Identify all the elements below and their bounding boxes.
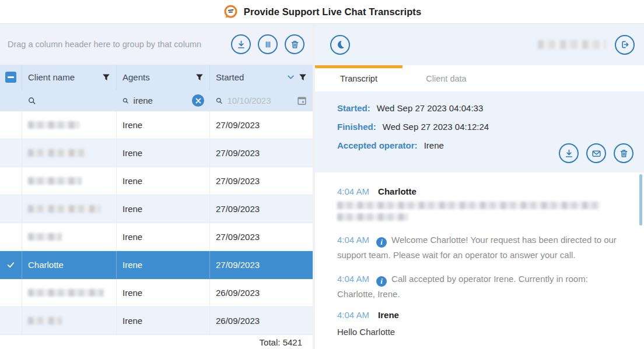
table-row[interactable]: Irene 27/09/2023 (0, 139, 313, 167)
clear-grid-button[interactable] (285, 34, 304, 54)
system-message: 4:04 AMiWelcome Charlotte! Your request … (337, 232, 617, 263)
started-cell: 26/09/2023 (210, 307, 313, 334)
agent-cell: Irene (117, 307, 210, 334)
agent-cell: Irene (117, 223, 210, 251)
transcripts-grid-panel: Drag a column header here to group by th… (0, 24, 313, 349)
table-row[interactable]: Irene 27/09/2023 (0, 167, 313, 195)
logout-icon (620, 39, 631, 50)
row-select-cell[interactable] (0, 139, 22, 167)
grid-body: Irene 27/09/2023 Irene 27/09/2023 Irene … (0, 111, 313, 335)
column-header-agents[interactable]: Agents (117, 65, 210, 90)
started-cell: 26/09/2023 (210, 279, 313, 306)
row-select-cell[interactable] (0, 195, 22, 223)
system-message-text: Call accepted by operator Irene. Current… (337, 274, 588, 299)
sort-desc-icon (287, 73, 295, 81)
download-transcript-button[interactable] (559, 143, 579, 163)
message-author: Irene (378, 310, 399, 320)
info-icon: i (376, 237, 387, 248)
client-name-cell (22, 195, 117, 223)
download-button[interactable] (231, 34, 251, 54)
table-row[interactable]: Irene 27/09/2023 (0, 111, 313, 139)
transcript-meta: Started: Wed Sep 27 2023 04:04:33 Finish… (315, 91, 644, 172)
row-select-cell[interactable] (0, 279, 22, 306)
table-row[interactable]: Irene 27/09/2023 (0, 195, 313, 223)
column-chooser-button[interactable] (258, 34, 278, 54)
chat-scrollbar-thumb[interactable] (639, 174, 642, 225)
grid-header-row: Client name Agents Started (0, 65, 313, 90)
select-all-cell (0, 65, 22, 90)
client-name-filter-input[interactable] (41, 96, 111, 105)
row-select-cell[interactable] (0, 307, 22, 334)
chat-messages: 4:04 AM Charlotte 4:04 AMiWelcome Charlo… (315, 172, 644, 349)
table-row-selected[interactable]: Charlotte Irene 27/09/2023 (0, 251, 313, 279)
select-all-checkbox[interactable] (5, 72, 16, 83)
tab-client-data[interactable]: Client data (402, 65, 490, 91)
agent-cell: Irene (117, 251, 210, 279)
started-cell: 27/09/2023 (210, 139, 313, 167)
email-transcript-button[interactable] (586, 143, 606, 163)
table-row[interactable]: Irene 26/09/2023 (0, 307, 313, 335)
grid-filter-row (0, 90, 313, 111)
message-author: Charlotte (378, 186, 416, 196)
message-time: 4:04 AM (337, 186, 369, 196)
logout-button[interactable] (615, 35, 635, 55)
started-date-filter-input[interactable] (227, 96, 292, 105)
columns-icon (262, 39, 274, 50)
provide-support-logo-icon (223, 4, 239, 20)
row-select-cell[interactable] (0, 111, 22, 139)
message-time: 4:04 AM (337, 310, 369, 320)
row-select-cell[interactable] (0, 167, 22, 195)
trash-icon (289, 39, 300, 50)
started-cell: 27/09/2023 (210, 195, 313, 223)
search-icon (28, 96, 36, 105)
checkmark-icon (6, 260, 15, 269)
client-name-cell (22, 111, 117, 139)
account-name-redacted (538, 40, 606, 49)
started-cell: 27/09/2023 (210, 111, 313, 139)
agent-cell: Irene (117, 279, 210, 306)
page-title: Provide Support Live Chat Transcripts (244, 6, 421, 17)
trash-icon (618, 148, 629, 159)
client-name-cell (22, 279, 117, 306)
client-name-cell (22, 167, 117, 195)
tab-bar: Transcript Client data (315, 65, 644, 91)
grid-toolbar: Drag a column header here to group by th… (0, 24, 313, 65)
started-cell: 27/09/2023 (210, 223, 313, 251)
started-value: Wed Sep 27 2023 04:04:33 (377, 103, 483, 113)
accepted-operator-value: Irene (424, 140, 444, 150)
transcript-topbar (315, 24, 644, 65)
clear-filter-icon[interactable] (192, 94, 204, 107)
agent-cell: Irene (117, 195, 210, 223)
funnel-icon[interactable] (102, 73, 110, 82)
funnel-icon[interactable] (195, 73, 204, 82)
download-icon (564, 148, 575, 159)
search-icon (216, 96, 222, 105)
moon-icon (335, 39, 346, 50)
funnel-icon[interactable] (299, 73, 307, 82)
table-row[interactable]: Irene 27/09/2023 (0, 223, 313, 251)
chat-message: 4:04 AM Charlotte (337, 186, 617, 221)
calendar-icon[interactable] (297, 96, 307, 105)
row-select-cell[interactable] (0, 223, 22, 251)
dark-mode-toggle-button[interactable] (330, 35, 350, 55)
table-row[interactable]: Irene 26/09/2023 (0, 279, 313, 307)
agent-cell: Irene (117, 139, 210, 167)
client-name-cell (22, 307, 117, 334)
started-label: Started: (337, 103, 370, 113)
message-text: Hello Charlotte (337, 325, 617, 339)
column-header-started[interactable]: Started (210, 65, 313, 90)
finished-label: Finished: (337, 122, 376, 132)
finished-value: Wed Sep 27 2023 04:12:24 (383, 122, 489, 132)
accepted-operator-label: Accepted operator: (337, 140, 418, 150)
delete-transcript-button[interactable] (614, 143, 634, 163)
client-name-cell (22, 223, 117, 251)
tab-transcript[interactable]: Transcript (315, 65, 402, 91)
agents-filter-input[interactable] (134, 96, 187, 105)
system-message: 4:04 AMiCall accepted by operator Irene.… (337, 272, 617, 302)
agent-cell: Irene (117, 111, 210, 139)
group-by-hint: Drag a column header here to group by th… (8, 40, 201, 49)
agent-cell: Irene (117, 167, 210, 195)
column-header-client-name[interactable]: Client name (22, 65, 117, 90)
search-icon (123, 96, 129, 105)
row-select-cell[interactable] (0, 251, 22, 279)
